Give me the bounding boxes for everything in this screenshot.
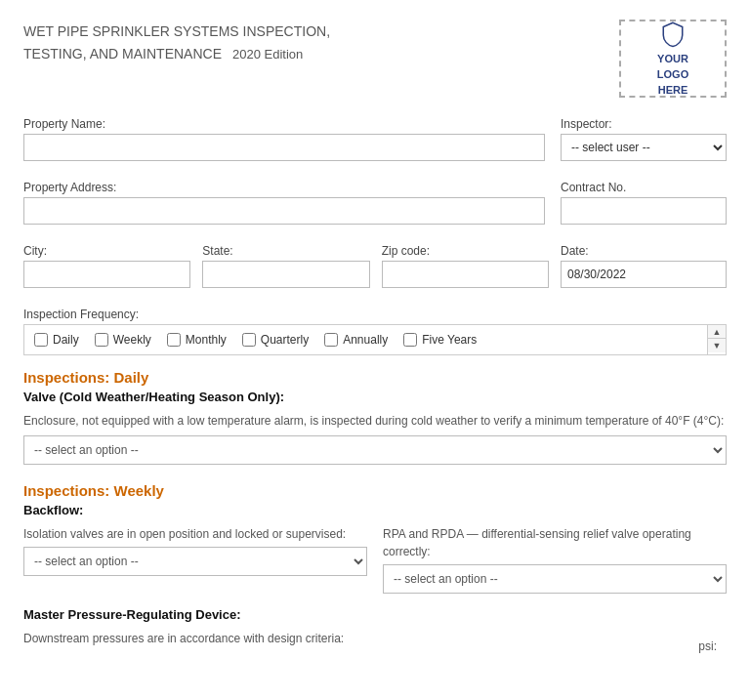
master-pressure-subheading: Master Pressure-Regulating Device: [23, 607, 727, 622]
scroll-arrows: ▲ ▼ [707, 325, 726, 354]
isolation-valve-select[interactable]: -- select an option -- [23, 547, 367, 576]
logo-placeholder: YOUR LOGO HERE [619, 20, 727, 98]
freq-weekly-label: Weekly [113, 333, 151, 347]
page-header: WET PIPE SPRINKLER SYSTEMS INSPECTION, T… [23, 20, 727, 98]
rpa-rpda-col: RPA and RPDA — differential-sensing reli… [383, 525, 727, 594]
inspector-label: Inspector: [561, 117, 727, 131]
title-block: WET PIPE SPRINKLER SYSTEMS INSPECTION, T… [23, 20, 330, 65]
freq-quarterly[interactable]: Quarterly [242, 333, 309, 347]
daily-description: Enclosure, not equipped with a low tempe… [23, 412, 727, 430]
state-field: State: [202, 244, 369, 288]
state-label: State: [202, 244, 369, 258]
city-field: City: [23, 244, 190, 288]
freq-daily[interactable]: Daily [34, 333, 79, 347]
isolation-valve-label: Isolation valves are in open position an… [23, 525, 367, 543]
freq-monthly-checkbox[interactable] [167, 333, 181, 347]
address-contract-row: Property Address: Contract No. [23, 181, 727, 234]
property-inspector-row: Property Name: Inspector: -- select user… [23, 117, 727, 171]
state-input[interactable] [202, 261, 369, 288]
freq-quarterly-checkbox[interactable] [242, 333, 256, 347]
zip-input[interactable] [382, 261, 549, 288]
backflow-two-col: Isolation valves are in open position an… [23, 525, 727, 594]
contract-label: Contract No. [561, 181, 727, 194]
inspection-frequency-section: Inspection Frequency: Daily Weekly Month… [23, 308, 727, 355]
freq-monthly-label: Monthly [186, 333, 227, 347]
freq-daily-checkbox[interactable] [34, 333, 48, 347]
freq-quarterly-label: Quarterly [261, 333, 309, 347]
city-label: City: [23, 244, 190, 258]
daily-subheading: Valve (Cold Weather/Heating Season Only)… [23, 390, 727, 404]
zip-label: Zip code: [382, 244, 549, 258]
daily-option-select[interactable]: -- select an option -- [23, 435, 727, 465]
zip-field: Zip code: [382, 244, 549, 288]
property-address-field: Property Address: [23, 181, 545, 225]
freq-monthly[interactable]: Monthly [167, 333, 227, 347]
main-title: WET PIPE SPRINKLER SYSTEMS INSPECTION, T… [23, 20, 330, 65]
inspector-select[interactable]: -- select user -- [561, 134, 727, 161]
rpa-rpda-label: RPA and RPDA — differential-sensing reli… [383, 525, 727, 560]
contract-input[interactable] [561, 197, 727, 225]
date-field: Date: [561, 244, 727, 288]
property-address-input[interactable] [23, 197, 545, 225]
isolation-valve-col: Isolation valves are in open position an… [23, 525, 367, 594]
freq-five-years-label: Five Years [422, 333, 477, 347]
frequency-label: Inspection Frequency: [23, 308, 727, 321]
date-input[interactable] [561, 261, 727, 288]
frequency-options: Daily Weekly Monthly Quarterly Annually [24, 325, 707, 354]
weekly-heading: Inspections: Weekly [23, 482, 727, 499]
master-pressure-row: Downstream pressures are in accordance w… [23, 630, 727, 653]
scroll-up-button[interactable]: ▲ [708, 325, 726, 339]
inspector-field: Inspector: -- select user -- [561, 117, 727, 161]
freq-weekly[interactable]: Weekly [95, 333, 151, 347]
downstream-pressure-label: Downstream pressures are in accordance w… [23, 630, 683, 647]
freq-five-years[interactable]: Five Years [403, 333, 477, 347]
psi-label: psi: [698, 639, 727, 653]
daily-heading: Inspections: Daily [23, 369, 727, 386]
frequency-wrapper: Daily Weekly Monthly Quarterly Annually [23, 324, 727, 355]
freq-annually-checkbox[interactable] [324, 333, 338, 347]
date-label: Date: [561, 244, 727, 258]
shield-icon [657, 21, 688, 49]
freq-weekly-checkbox[interactable] [95, 333, 108, 347]
property-address-label: Property Address: [23, 181, 545, 194]
scroll-down-button[interactable]: ▼ [708, 339, 726, 352]
freq-daily-label: Daily [53, 333, 79, 347]
contract-field: Contract No. [561, 181, 727, 225]
property-name-input[interactable] [23, 134, 545, 161]
property-name-field: Property Name: [23, 117, 545, 161]
city-input[interactable] [23, 261, 190, 288]
edition-label: 2020 Edition [232, 47, 303, 62]
rpa-rpda-select[interactable]: -- select an option -- [383, 564, 727, 594]
backflow-subheading: Backflow: [23, 503, 727, 517]
freq-five-years-checkbox[interactable] [403, 333, 417, 347]
daily-section: Inspections: Daily Valve (Cold Weather/H… [23, 369, 727, 465]
weekly-section: Inspections: Weekly Backflow: Isolation … [23, 482, 727, 653]
freq-annually[interactable]: Annually [324, 333, 388, 347]
freq-annually-label: Annually [343, 333, 388, 347]
city-state-zip-date-row: City: State: Zip code: Date: [23, 244, 727, 298]
property-name-label: Property Name: [23, 117, 545, 131]
